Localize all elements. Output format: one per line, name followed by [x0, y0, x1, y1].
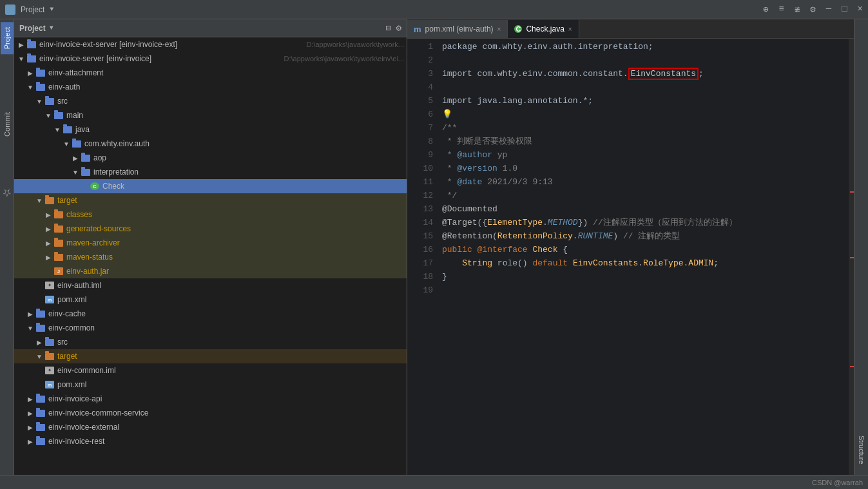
tree-item[interactable]: ▼einv-common [14, 321, 407, 335]
code-token-plain [442, 258, 462, 268]
code-token-method-ann: RUNTIME [578, 231, 613, 241]
tree-item[interactable]: ▼src [14, 94, 407, 108]
tree-item[interactable]: ▶einv-invoice-rest [14, 434, 407, 448]
tree-arrow-icon[interactable]: ▶ [71, 155, 80, 162]
folder-yellow-icon [45, 197, 54, 204]
sidebar-item-project[interactable]: Project [1, 22, 14, 54]
tab-check[interactable]: CCheck.java× [508, 20, 579, 38]
tree-arrow-icon[interactable]: ▼ [17, 55, 26, 62]
gear-icon[interactable]: ⚙ [396, 23, 401, 34]
tab-close-button[interactable]: × [497, 26, 501, 33]
tree-item[interactable]: ▼einv-auth [14, 80, 407, 94]
tree-arrow-icon[interactable]: ▶ [26, 438, 35, 445]
code-token-kw: default [532, 258, 568, 268]
tree-header-icons[interactable]: ⊟ ⚙ [385, 23, 401, 34]
tree-arrow-icon[interactable]: ▶ [44, 211, 53, 218]
tree-arrow-icon[interactable]: ▶ [17, 41, 26, 48]
tree-item[interactable]: ▼java [14, 122, 407, 137]
close-icon[interactable]: × [858, 4, 863, 15]
tree-item[interactable]: ▶einv-invoice-ext-server [einv-invoice-e… [14, 37, 407, 52]
tree-arrow-icon[interactable]: ▼ [35, 197, 44, 204]
tree-item[interactable]: ▶maven-archiver [14, 236, 407, 250]
tree-item[interactable]: CCheck [14, 179, 407, 193]
menu-icon[interactable]: ≡ [779, 4, 784, 15]
tree-arrow-icon[interactable]: ▼ [26, 84, 35, 91]
sidebar-item-commit[interactable]: Commit [1, 107, 14, 142]
tree-item[interactable]: ▶generated-sources [14, 222, 407, 236]
tree-arrow-icon[interactable]: ▼ [62, 140, 71, 148]
tree-item[interactable]: ▶einv-invoice-api [14, 392, 407, 406]
tree-item[interactable]: ▼einv-invoice-server [einv-invoice]D:\ap… [14, 52, 407, 66]
code-token-plain: ({ [477, 218, 488, 227]
tree-item[interactable]: ▶maven-status [14, 250, 407, 264]
tree-item-label: src [57, 97, 404, 106]
tree-item[interactable]: ✦einv-auth.iml [14, 278, 407, 292]
tree-item-label: maven-status [66, 253, 404, 262]
code-token-cm: //注解应用类型（应用到方法的注解） [593, 218, 737, 227]
scroll-marker [850, 191, 854, 193]
tree-arrow-icon[interactable]: ▼ [35, 353, 44, 360]
code-editor[interactable]: 12345678910111213141516171819 package co… [407, 39, 854, 475]
tree-item[interactable]: mpom.xml [14, 378, 407, 392]
settings-icon[interactable]: ⚙ [810, 4, 815, 15]
line-number: 15 [407, 229, 433, 243]
tree-item[interactable]: ▼target [14, 349, 407, 363]
tree-arrow-icon[interactable]: ▶ [26, 70, 35, 77]
tree-item[interactable]: ▼target [14, 193, 407, 207]
tree-item[interactable]: mpom.xml [14, 292, 407, 307]
tree-item-label: classes [66, 210, 404, 219]
tree-item[interactable]: ▶src [14, 335, 407, 349]
tree-item-label: target [57, 352, 404, 361]
globe-icon[interactable]: ⊕ [763, 4, 768, 15]
folder-blue-icon [36, 84, 45, 91]
tree-arrow-icon[interactable]: ▼ [53, 126, 62, 133]
tab-label: pom.xml (einv-auth) [425, 24, 494, 34]
tree-item[interactable]: ▶aop [14, 151, 407, 165]
tree-header: Project ▼ ⊟ ⚙ [14, 19, 407, 37]
tree-arrow-icon[interactable]: ▶ [44, 240, 53, 247]
code-token-plain: . [543, 218, 548, 227]
tree-item-label: einv-auth.iml [57, 281, 404, 290]
tree-arrow-icon[interactable]: ▶ [44, 254, 53, 261]
pom-file-icon: m [45, 381, 54, 388]
bulb-icon[interactable]: 💡 [442, 110, 452, 119]
line-number: 13 [407, 202, 433, 216]
tree-item[interactable]: ▶einv-invoice-common-service [14, 406, 407, 420]
tree-item-label: einv-invoice-ext-server [einv-invoice-ex… [39, 40, 304, 49]
tree-arrow-icon[interactable]: ▶ [26, 311, 35, 318]
tree-arrow-icon[interactable]: ▶ [26, 396, 35, 403]
tree-arrow-icon[interactable]: ▶ [44, 225, 53, 233]
bottom-bar: CSDN @warrah [0, 475, 868, 489]
tree-arrow-icon[interactable]: ▼ [35, 98, 44, 105]
tree-content[interactable]: ▶einv-invoice-ext-server [einv-invoice-e… [14, 37, 407, 475]
tree-item[interactable]: ▶einv-cache [14, 307, 407, 321]
tree-item[interactable]: ▶einv-attachment [14, 66, 407, 80]
tab-close-button[interactable]: × [568, 26, 572, 33]
tree-item[interactable]: ▼interpretation [14, 165, 407, 179]
maximize-icon[interactable]: □ [842, 4, 847, 15]
tree-item-label: pom.xml [57, 295, 404, 304]
collapse-icon[interactable]: ⊟ [385, 23, 391, 34]
tree-arrow-icon[interactable]: ▼ [26, 325, 35, 332]
tree-arrow-icon[interactable]: ▶ [26, 410, 35, 417]
minimize-icon[interactable]: ─ [826, 4, 831, 15]
tree-item[interactable]: ✦einv-common.iml [14, 363, 407, 378]
structure-tab[interactable]: Structure [855, 430, 868, 470]
tree-arrow-icon[interactable]: ▼ [44, 112, 53, 119]
tree-arrow-icon[interactable]: ▼ [71, 169, 80, 176]
tree-header-dropdown-icon[interactable]: ▼ [50, 24, 53, 32]
tab-pom[interactable]: mpom.xml (einv-auth)× [407, 20, 508, 38]
tree-item[interactable]: ▼com.whty.einv.auth [14, 137, 407, 151]
tree-arrow-icon[interactable]: ▶ [35, 339, 44, 346]
tree-item[interactable]: ▶classes [14, 207, 407, 222]
sidebar-item-extra[interactable]: ☆ [0, 182, 15, 204]
tree-item[interactable]: Jeinv-auth.jar [14, 264, 407, 278]
folder-yellow-icon [54, 225, 63, 233]
split-icon[interactable]: ≢ [795, 4, 800, 15]
tree-item[interactable]: ▼main [14, 108, 407, 122]
line-number: 4 [407, 81, 433, 94]
code-content[interactable]: package com.whty.einv.auth.interpretatio… [439, 39, 849, 475]
tree-item[interactable]: ▶einv-invoice-external [14, 420, 407, 434]
title-bar-controls[interactable]: ⊕ ≡ ≢ ⚙ ─ □ × [763, 4, 863, 15]
tree-arrow-icon[interactable]: ▶ [26, 424, 35, 431]
